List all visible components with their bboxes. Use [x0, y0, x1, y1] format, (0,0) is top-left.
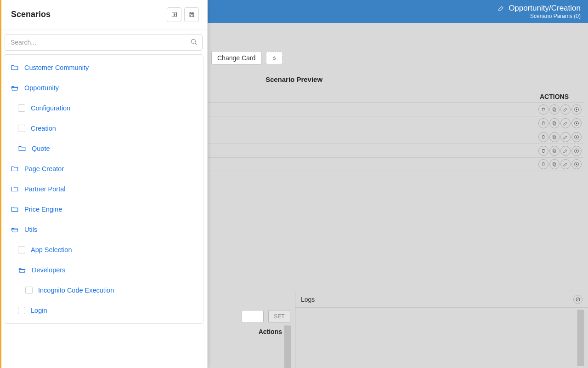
- edit-icon: [563, 134, 568, 140]
- folder-price-engine[interactable]: Price Engine: [4, 199, 203, 219]
- delete-button[interactable]: [538, 146, 548, 156]
- folder-quote[interactable]: Quote: [11, 138, 203, 159]
- checkbox[interactable]: [18, 125, 25, 132]
- edit-icon: [563, 161, 568, 167]
- change-card-button[interactable]: Change Card: [211, 51, 261, 65]
- no-icon: [575, 297, 581, 302]
- svg-rect-13: [554, 163, 556, 166]
- folder-open-icon: [11, 84, 19, 92]
- delete-button[interactable]: [538, 118, 548, 128]
- folder-icon: [18, 144, 26, 153]
- folder-page-creator[interactable]: Page Creator: [4, 159, 203, 179]
- delete-icon: [541, 161, 546, 167]
- page-title: Opportunity/Creation: [509, 4, 581, 13]
- checkbox[interactable]: [18, 307, 25, 314]
- checkbox[interactable]: [25, 287, 33, 294]
- edit-icon[interactable]: [498, 5, 505, 12]
- delete-icon: [541, 107, 546, 112]
- scenario-tree: Customer CommunityOpportunityConfigurati…: [4, 58, 203, 321]
- folder-customer-community[interactable]: Customer Community: [4, 58, 203, 78]
- import-icon: [171, 11, 178, 18]
- svg-rect-18: [191, 12, 193, 14]
- edit-icon: [563, 121, 568, 126]
- checkbox[interactable]: [18, 104, 25, 112]
- edit-button[interactable]: [560, 159, 571, 169]
- svg-rect-4: [554, 122, 556, 125]
- scenario-incognito-code-execution[interactable]: Incognito Code Execution: [19, 280, 203, 300]
- copy-button[interactable]: [549, 118, 560, 128]
- page-subtitle[interactable]: Scenario Params (0): [530, 13, 581, 19]
- edit-button[interactable]: [560, 132, 571, 142]
- svg-point-20: [191, 39, 195, 43]
- svg-rect-8: [553, 135, 555, 138]
- tree-node-label: Price Engine: [24, 206, 62, 213]
- search-icon[interactable]: [190, 38, 198, 48]
- scrollbar[interactable]: [284, 325, 291, 366]
- lock-button[interactable]: [266, 52, 283, 64]
- play-button[interactable]: [571, 104, 582, 115]
- checkbox[interactable]: [18, 246, 25, 253]
- svg-rect-14: [553, 162, 555, 165]
- import-button[interactable]: [167, 7, 181, 22]
- svg-rect-1: [554, 109, 556, 111]
- row-actions: [538, 132, 582, 142]
- delete-button[interactable]: [538, 159, 548, 169]
- copy-button[interactable]: [549, 132, 560, 142]
- scenario-login[interactable]: Login: [11, 300, 203, 321]
- logs-scrollbar[interactable]: [577, 310, 584, 366]
- folder-icon: [11, 205, 19, 213]
- play-button[interactable]: [571, 118, 582, 128]
- tree-node-label: Utils: [24, 226, 37, 233]
- copy-button[interactable]: [549, 104, 560, 115]
- play-button[interactable]: [571, 132, 582, 142]
- panel-title: Scenarios: [11, 10, 51, 19]
- delete-button[interactable]: [538, 104, 548, 115]
- scenario-app-selection[interactable]: App Selection: [11, 240, 203, 260]
- copy-button[interactable]: [549, 146, 560, 156]
- edit-button[interactable]: [560, 118, 571, 128]
- folder-icon: [11, 63, 19, 72]
- tree-node-label: Developers: [32, 266, 65, 274]
- row-actions: [538, 118, 582, 128]
- edit-button[interactable]: [560, 146, 571, 156]
- save-button[interactable]: [184, 7, 199, 22]
- lock-open-icon: [272, 55, 277, 61]
- edit-icon: [563, 148, 568, 154]
- delete-button[interactable]: [538, 132, 548, 142]
- tree-node-label: Page Creator: [24, 165, 64, 172]
- scenario-creation[interactable]: Creation: [11, 118, 203, 138]
- scenario-configuration[interactable]: Configuration: [11, 98, 203, 118]
- folder-utils[interactable]: Utils: [4, 219, 203, 240]
- play-icon: [574, 161, 579, 167]
- folder-partner-portal[interactable]: Partner Portal: [4, 179, 203, 199]
- tree-node-label: Partner Portal: [24, 185, 65, 193]
- play-button[interactable]: [571, 159, 582, 169]
- tree-node-label: Login: [31, 307, 47, 314]
- edit-icon: [563, 107, 568, 112]
- scenarios-panel: Scenarios Customer CommunityOpportunityC…: [0, 0, 208, 368]
- tree-node-label: Quote: [32, 145, 50, 152]
- tree-node-label: Opportunity: [24, 84, 59, 92]
- set-input[interactable]: [242, 310, 264, 323]
- folder-opportunity[interactable]: Opportunity: [4, 78, 203, 98]
- clear-logs-button[interactable]: [573, 295, 582, 304]
- folder-developers[interactable]: Developers: [11, 260, 203, 280]
- set-button[interactable]: SET: [268, 310, 290, 323]
- delete-icon: [541, 134, 546, 140]
- logs-title: Logs: [301, 296, 315, 303]
- copy-icon: [552, 107, 557, 112]
- copy-icon: [552, 121, 557, 126]
- delete-icon: [541, 121, 546, 126]
- folder-icon: [11, 185, 19, 193]
- play-icon: [574, 107, 579, 112]
- play-icon: [574, 148, 579, 154]
- search-input[interactable]: [5, 34, 203, 51]
- actions-column-header: ACTIONS: [540, 93, 569, 100]
- svg-rect-11: [553, 149, 555, 152]
- edit-button[interactable]: [560, 104, 571, 115]
- tree-node-label: Customer Community: [24, 64, 89, 71]
- play-button[interactable]: [571, 146, 582, 156]
- save-icon: [188, 11, 195, 18]
- copy-button[interactable]: [549, 159, 560, 169]
- folder-open-icon: [11, 225, 19, 234]
